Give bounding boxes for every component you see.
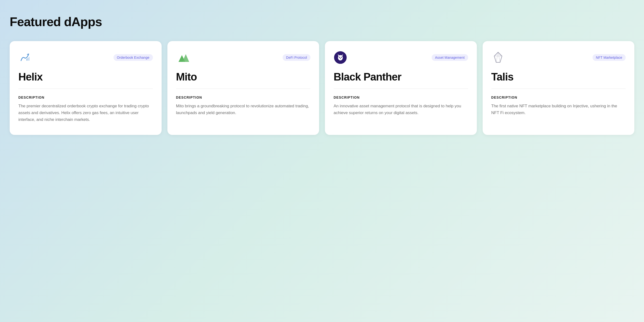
helix-name: Helix bbox=[18, 71, 153, 83]
mito-badge: DeFi Protocol bbox=[283, 54, 310, 61]
helix-divider bbox=[18, 89, 153, 89]
panther-icon bbox=[334, 51, 347, 64]
svg-marker-11 bbox=[494, 52, 502, 62]
panther-description-label: DESCRIPTION bbox=[334, 96, 468, 99]
svg-point-9 bbox=[341, 57, 342, 58]
svg-rect-1 bbox=[28, 58, 28, 61]
card-helix: Orderbook Exchange Helix DESCRIPTION The… bbox=[10, 41, 162, 135]
svg-point-8 bbox=[339, 57, 340, 58]
panther-divider bbox=[334, 89, 468, 89]
card-header-helix: Orderbook Exchange bbox=[18, 51, 153, 64]
panther-badge: Asset Management bbox=[432, 54, 468, 61]
mito-description-label: DESCRIPTION bbox=[176, 96, 311, 99]
svg-point-10 bbox=[340, 58, 341, 59]
card-talis: NFT Marketplace Talis DESCRIPTION The fi… bbox=[483, 41, 634, 135]
card-black-panther: Asset Management Black Panther DESCRIPTI… bbox=[325, 41, 477, 135]
cards-grid: Orderbook Exchange Helix DESCRIPTION The… bbox=[10, 41, 634, 135]
talis-badge: NFT Marketplace bbox=[592, 54, 626, 61]
talis-icon bbox=[491, 51, 505, 64]
talis-divider bbox=[491, 89, 626, 89]
svg-rect-2 bbox=[29, 57, 30, 61]
helix-description: The premier decentralized orderbook cryp… bbox=[18, 103, 153, 123]
helix-icon bbox=[18, 51, 32, 64]
panther-description: An innovative asset management protocol … bbox=[334, 103, 468, 116]
card-mito: DeFi Protocol Mito DESCRIPTION Mito brin… bbox=[168, 41, 319, 135]
svg-marker-4 bbox=[182, 54, 189, 62]
page-title: Featured dApps bbox=[10, 15, 634, 29]
mito-icon bbox=[176, 51, 190, 64]
card-header-talis: NFT Marketplace bbox=[491, 51, 626, 64]
card-header-black-panther: Asset Management bbox=[334, 51, 468, 64]
svg-rect-0 bbox=[26, 59, 27, 61]
mito-divider bbox=[176, 89, 311, 89]
panther-name: Black Panther bbox=[334, 71, 468, 83]
mito-name: Mito bbox=[176, 71, 311, 83]
talis-description-label: DESCRIPTION bbox=[491, 96, 626, 99]
card-header-mito: DeFi Protocol bbox=[176, 51, 311, 64]
mito-description: Mito brings a groundbreaking protocol to… bbox=[176, 103, 311, 116]
helix-description-label: DESCRIPTION bbox=[18, 96, 153, 99]
talis-name: Talis bbox=[491, 71, 626, 83]
talis-description: The first native NFT marketplace buildin… bbox=[491, 103, 626, 116]
helix-badge: Orderbook Exchange bbox=[114, 54, 153, 61]
